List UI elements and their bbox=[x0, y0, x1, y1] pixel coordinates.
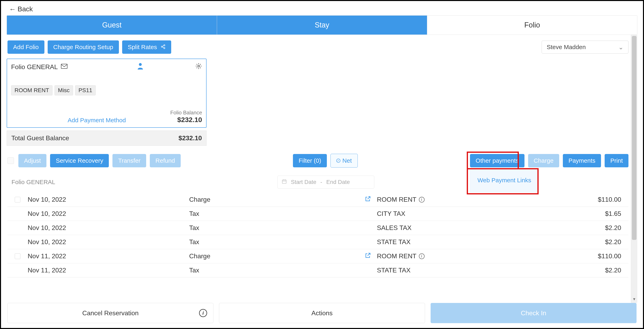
add-folio-button[interactable]: Add Folio bbox=[8, 41, 44, 54]
row-amount: $2.20 bbox=[534, 238, 628, 246]
web-payment-links-option[interactable]: Web Payment Links bbox=[478, 177, 531, 184]
row-type: Tax bbox=[189, 266, 365, 274]
folio-chips: ROOM RENT Misc PS11 bbox=[11, 85, 202, 95]
check-in-button[interactable]: Check In bbox=[430, 303, 636, 323]
table-row: Nov 10, 2022TaxSALES TAX$2.20 bbox=[8, 221, 628, 235]
split-rates-button[interactable]: Split Rates bbox=[122, 41, 171, 54]
chip-misc[interactable]: Misc bbox=[54, 85, 73, 95]
scroll-down-icon[interactable]: ▾ bbox=[631, 296, 637, 302]
row-description: STATE TAX bbox=[377, 266, 534, 274]
row-description-text: STATE TAX bbox=[377, 238, 411, 246]
row-description: CITY TAX bbox=[377, 210, 534, 217]
row-description: ROOM RENTi bbox=[377, 196, 534, 203]
row-amount: $2.20 bbox=[534, 224, 628, 232]
other-payments-button[interactable]: Other payments bbox=[470, 154, 524, 167]
row-checkbox[interactable] bbox=[15, 197, 20, 202]
folio-balance-label: Folio Balance bbox=[170, 110, 202, 116]
svg-rect-5 bbox=[61, 64, 67, 69]
back-link[interactable]: ← Back bbox=[7, 5, 637, 13]
chip-ps11[interactable]: PS11 bbox=[75, 85, 96, 95]
row-description-text: ROOM RENT bbox=[377, 196, 416, 203]
table-row: Nov 10, 2022TaxSTATE TAX$2.20 bbox=[8, 235, 628, 249]
table-row: Nov 10, 2022TaxCITY TAX$1.65 bbox=[8, 207, 628, 221]
guest-select[interactable]: Steve Madden ⌄ bbox=[542, 41, 628, 54]
person-icon[interactable] bbox=[137, 63, 143, 71]
chevron-down-icon: ⌄ bbox=[618, 44, 624, 51]
payments-button[interactable]: Payments bbox=[563, 154, 601, 167]
row-checkbox[interactable] bbox=[15, 253, 20, 259]
back-label: Back bbox=[18, 5, 33, 13]
folio-balance-amount: $232.10 bbox=[170, 116, 202, 124]
folio-toolbar: Add Folio Charge Routing Setup Split Rat… bbox=[7, 41, 629, 54]
row-description: STATE TAX bbox=[377, 238, 534, 246]
row-date: Nov 10, 2022 bbox=[28, 238, 189, 246]
row-description-text: ROOM RENT bbox=[377, 252, 416, 260]
row-amount: $2.20 bbox=[534, 266, 628, 274]
cancel-reservation-button[interactable]: Cancel Reservation i bbox=[8, 303, 214, 323]
right-action-buttons: Other payments Web Payment Links Charge … bbox=[470, 154, 628, 167]
date-range-picker[interactable]: Start Date - End Date bbox=[278, 176, 374, 189]
edit-icon[interactable] bbox=[365, 252, 377, 260]
tab-stay[interactable]: Stay bbox=[217, 16, 427, 35]
table-row: Nov 10, 2022ChargeROOM RENTi$110.00 bbox=[8, 193, 628, 207]
info-icon[interactable]: i bbox=[419, 197, 424, 202]
info-icon[interactable]: i bbox=[199, 309, 207, 317]
actions-button[interactable]: Actions bbox=[219, 303, 425, 323]
info-icon[interactable]: i bbox=[419, 253, 424, 259]
filter-button[interactable]: Filter (0) bbox=[293, 154, 327, 167]
envelope-icon[interactable] bbox=[61, 64, 68, 70]
edit-icon[interactable] bbox=[365, 196, 377, 203]
row-description-text: SALES TAX bbox=[377, 224, 412, 232]
check-circle-icon: ✓ bbox=[336, 159, 340, 163]
transfer-button[interactable]: Transfer bbox=[112, 154, 146, 167]
scrollbar-thumb[interactable] bbox=[632, 36, 636, 240]
add-payment-method-link[interactable]: Add Payment Method bbox=[68, 117, 126, 124]
row-amount: $110.00 bbox=[534, 252, 628, 260]
row-description: ROOM RENTi bbox=[377, 252, 534, 260]
svg-rect-8 bbox=[282, 180, 286, 183]
refund-button[interactable]: Refund bbox=[150, 154, 181, 167]
transaction-rows: Nov 10, 2022ChargeROOM RENTi$110.00Nov 1… bbox=[8, 193, 628, 277]
chip-room-rent[interactable]: ROOM RENT bbox=[11, 85, 52, 95]
row-date: Nov 10, 2022 bbox=[28, 196, 189, 203]
total-guest-balance: Total Guest Balance $232.10 bbox=[7, 131, 206, 146]
charge-button[interactable]: Charge bbox=[528, 154, 559, 167]
row-date: Nov 10, 2022 bbox=[28, 224, 189, 232]
row-type: Tax bbox=[189, 224, 365, 232]
row-date: Nov 11, 2022 bbox=[28, 266, 189, 274]
gear-icon[interactable] bbox=[195, 63, 202, 71]
date-separator: - bbox=[320, 179, 322, 185]
print-button[interactable]: Print bbox=[605, 154, 628, 167]
split-rates-label: Split Rates bbox=[128, 44, 157, 50]
guest-select-value: Steve Madden bbox=[547, 44, 586, 51]
svg-line-3 bbox=[162, 46, 164, 47]
listing-title: Folio GENERAL bbox=[12, 179, 55, 186]
net-label: Net bbox=[342, 157, 352, 164]
table-row: Nov 11, 2022ChargeROOM RENTi$110.00 bbox=[8, 249, 628, 263]
end-date-placeholder: End Date bbox=[326, 179, 350, 185]
tab-guest[interactable]: Guest bbox=[7, 16, 217, 35]
row-type: Tax bbox=[189, 238, 365, 246]
cancel-reservation-label: Cancel Reservation bbox=[82, 309, 138, 317]
svg-point-7 bbox=[198, 65, 200, 67]
adjust-button[interactable]: Adjust bbox=[18, 154, 46, 167]
net-toggle[interactable]: ✓ Net bbox=[330, 154, 358, 168]
start-date-placeholder: Start Date bbox=[291, 179, 316, 185]
row-description-text: CITY TAX bbox=[377, 210, 405, 217]
row-description: SALES TAX bbox=[377, 224, 534, 232]
folio-card-title: Folio GENERAL bbox=[11, 63, 58, 71]
vertical-scrollbar[interactable]: ▾ bbox=[631, 35, 637, 303]
service-recovery-button[interactable]: Service Recovery bbox=[50, 154, 109, 167]
actions-label: Actions bbox=[312, 309, 333, 317]
other-payments-dropdown: Web Payment Links bbox=[470, 168, 538, 192]
charge-routing-button[interactable]: Charge Routing Setup bbox=[48, 41, 119, 54]
table-row: Nov 11, 2022TaxSTATE TAX$2.20 bbox=[8, 263, 628, 277]
row-date: Nov 11, 2022 bbox=[28, 252, 189, 260]
tab-folio[interactable]: Folio bbox=[427, 16, 637, 35]
row-amount: $110.00 bbox=[534, 196, 628, 203]
total-guest-balance-amount: $232.10 bbox=[178, 134, 202, 142]
share-icon bbox=[161, 44, 166, 51]
row-type: Tax bbox=[189, 210, 365, 217]
row-checkbox-cell bbox=[8, 253, 28, 259]
select-all-checkbox[interactable] bbox=[8, 157, 14, 164]
